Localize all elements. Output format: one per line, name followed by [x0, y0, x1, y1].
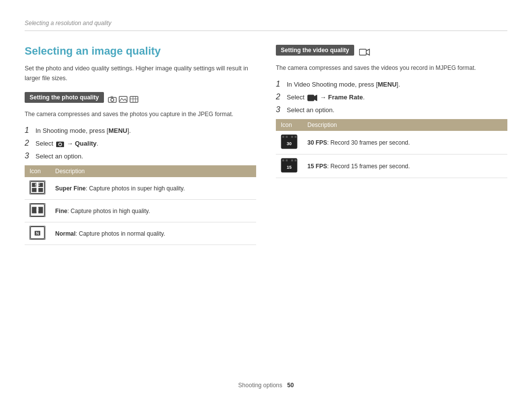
svg-rect-36: [291, 159, 293, 161]
desc-cell: Super Fine: Capture photos in super high…: [50, 177, 256, 200]
page-footer: Shooting options 50: [0, 382, 532, 389]
video-quality-badge: Setting the video quality: [276, 45, 354, 56]
video-description: The camera compresses and saves the vide…: [276, 63, 507, 73]
video-options-table: Icon Description: [276, 119, 507, 178]
icon-cell: 30: [276, 131, 302, 154]
camera-icons: [108, 96, 138, 103]
camera-icon: [108, 96, 117, 103]
normal-icon: N: [30, 226, 45, 240]
breadcrumb-text: Selecting a resolution and quality: [25, 20, 111, 27]
svg-rect-24: [307, 95, 314, 101]
svg-rect-37: [295, 159, 297, 161]
svg-rect-14: [38, 188, 43, 192]
page-title: Selecting an image quality: [25, 45, 256, 58]
desc-cell: 15 FPS: Record 15 frames per second.: [302, 154, 507, 178]
15fps-icon: 15: [281, 158, 298, 173]
col-icon-header: Icon: [25, 165, 50, 177]
photo-step-3: 3 Select an option.: [25, 152, 256, 160]
video-camera-icon: [359, 48, 370, 56]
svg-text:15: 15: [287, 165, 292, 170]
svg-rect-30: [291, 136, 293, 138]
table-row: 15 15 FPS: Record 15 frames per second.: [276, 154, 507, 178]
svg-rect-28: [282, 136, 284, 138]
svg-rect-35: [286, 159, 288, 161]
table-row: SF Super Fine: Capture photos in super h…: [25, 177, 256, 200]
svg-rect-4: [130, 96, 138, 102]
video-step-3: 3 Select an option.: [276, 105, 507, 114]
content-area: Selecting an image quality Set the photo…: [25, 45, 507, 245]
photo-options-table: Icon Description: [25, 165, 256, 245]
svg-text:30: 30: [287, 141, 292, 146]
svg-text:SF: SF: [35, 183, 40, 187]
desc-cell: Fine: Capture photos in high quality.: [50, 200, 256, 222]
svg-point-1: [111, 98, 114, 101]
svg-rect-18: [38, 207, 43, 214]
page-number: 50: [287, 382, 294, 389]
table-row: 30 30 FPS: Record 30 frames per second.: [276, 131, 507, 154]
camera-step-icon: [56, 141, 64, 147]
fine-icon: F: [30, 203, 45, 217]
svg-rect-13: [32, 188, 36, 192]
super-fine-icon: SF: [30, 181, 45, 194]
grid-icon: [130, 96, 138, 103]
icon-cell: N: [25, 222, 50, 245]
table-row: N Normal: Capture photos in normal quali…: [25, 222, 256, 245]
video-step-icon: [307, 94, 317, 101]
svg-rect-31: [295, 136, 297, 138]
col-icon-header: Icon: [276, 119, 302, 131]
video-step-1: 1 In Video Shooting mode, press [MENU].: [276, 80, 507, 89]
breadcrumb: Selecting a resolution and quality: [25, 20, 507, 31]
intro-text: Set the photo and video quality settings…: [25, 63, 256, 83]
30fps-icon: 30: [281, 134, 298, 149]
footer-text: Shooting options: [238, 382, 282, 389]
svg-rect-34: [282, 159, 284, 161]
left-column: Selecting an image quality Set the photo…: [25, 45, 256, 245]
right-column: Setting the video quality The camera com…: [276, 45, 507, 245]
svg-rect-23: [359, 49, 366, 55]
video-step-2: 2 Select → Frame Rate.: [276, 93, 507, 101]
photo-step-1: 1 In Shooting mode, press [MENU].: [25, 126, 256, 135]
desc-cell: Normal: Capture photos in normal quality…: [50, 222, 256, 245]
photo-step-2: 2 Select → Quality.: [25, 139, 256, 148]
col-desc-header: Description: [50, 165, 256, 177]
icon-cell: SF: [25, 177, 50, 200]
landscape-icon: [119, 96, 128, 103]
svg-text:F: F: [36, 208, 39, 213]
svg-text:N: N: [36, 231, 39, 236]
table-row: F Fine: Capture photos in high quality.: [25, 200, 256, 222]
svg-rect-3: [119, 96, 127, 102]
photo-description: The camera compresses and saves the phot…: [25, 110, 256, 119]
icon-cell: 15: [276, 154, 302, 178]
desc-cell: 30 FPS: Record 30 frames per second.: [302, 131, 507, 154]
svg-rect-29: [286, 136, 288, 138]
photo-quality-badge: Setting the photo quality: [25, 92, 104, 103]
col-desc-header: Description: [302, 119, 507, 131]
icon-cell: F: [25, 200, 50, 222]
